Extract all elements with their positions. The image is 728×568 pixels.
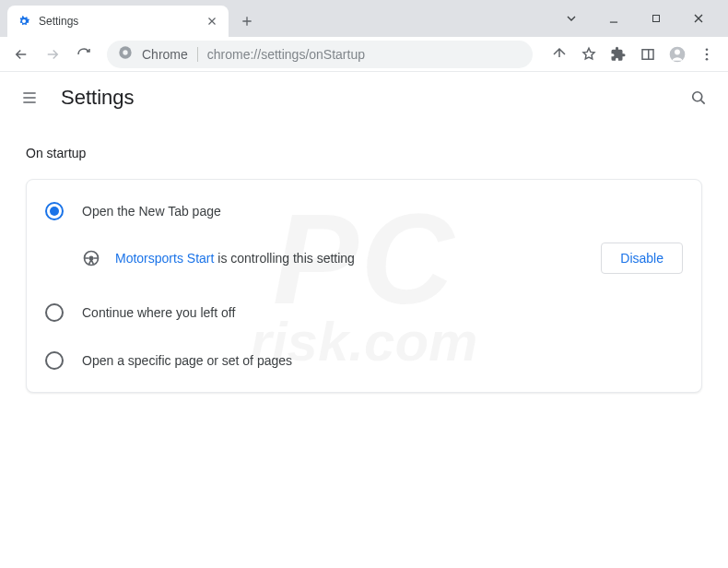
radio-unselected-icon (45, 303, 64, 322)
back-icon[interactable] (7, 41, 35, 68)
window-close-icon[interactable] (687, 7, 710, 30)
radio-specific-pages[interactable]: Open a specific page or set of pages (27, 337, 701, 385)
profile-avatar-icon[interactable] (663, 41, 691, 68)
disable-button[interactable]: Disable (601, 243, 683, 274)
radio-selected-icon (45, 202, 64, 220)
browser-tab[interactable]: Settings (7, 6, 229, 37)
share-icon[interactable] (546, 41, 573, 68)
section-title: On startup (26, 146, 702, 160)
search-icon[interactable] (687, 87, 710, 109)
bookmark-star-icon[interactable] (575, 41, 603, 68)
page-title: Settings (61, 86, 667, 110)
settings-header: Settings (0, 72, 728, 124)
maximize-icon[interactable] (645, 7, 667, 30)
divider (197, 47, 198, 62)
forward-icon (39, 41, 66, 68)
svg-point-5 (675, 49, 680, 54)
close-icon[interactable] (205, 14, 219, 29)
side-panel-icon[interactable] (634, 41, 662, 68)
radio-continue[interactable]: Continue where you left off (27, 289, 701, 337)
controlled-text: Motorsports Start is controlling this se… (115, 251, 586, 266)
svg-rect-0 (653, 16, 660, 22)
radio-unselected-icon (45, 351, 64, 370)
hamburger-menu-icon[interactable] (18, 87, 41, 109)
tab-strip: Settings (0, 0, 728, 37)
chrome-logo-icon (118, 45, 133, 63)
browser-toolbar: Chrome chrome://settings/onStartup (0, 37, 728, 72)
extension-controlled-notice: Motorsports Start is controlling this se… (27, 235, 701, 289)
menu-dots-icon[interactable] (693, 41, 721, 68)
omnibox-url: chrome://settings/onStartup (207, 47, 365, 62)
address-bar[interactable]: Chrome chrome://settings/onStartup (107, 41, 533, 68)
settings-content: On startup Open the New Tab page Motorsp… (0, 124, 728, 415)
svg-point-9 (693, 92, 702, 101)
window-controls (560, 0, 728, 37)
settings-gear-icon (17, 14, 31, 29)
steering-wheel-icon (82, 249, 100, 267)
new-tab-button[interactable] (234, 8, 260, 34)
tab-title: Settings (39, 15, 197, 28)
radio-label: Open a specific page or set of pages (82, 353, 292, 368)
reload-icon[interactable] (70, 41, 98, 68)
controlled-suffix: is controlling this setting (214, 251, 355, 266)
svg-point-8 (706, 57, 709, 60)
radio-open-new-tab[interactable]: Open the New Tab page (27, 187, 701, 235)
svg-point-6 (706, 48, 709, 51)
extensions-puzzle-icon[interactable] (605, 41, 632, 68)
omnibox-prefix: Chrome (142, 47, 188, 62)
svg-point-11 (89, 256, 92, 259)
extension-link[interactable]: Motorsports Start (115, 251, 214, 266)
startup-card: Open the New Tab page Motorsports Start … (26, 179, 702, 393)
radio-label: Open the New Tab page (82, 204, 221, 219)
svg-point-7 (706, 53, 709, 55)
chevron-down-icon[interactable] (560, 7, 582, 30)
svg-point-2 (123, 50, 127, 54)
minimize-icon[interactable] (603, 7, 625, 30)
radio-label: Continue where you left off (82, 305, 235, 320)
